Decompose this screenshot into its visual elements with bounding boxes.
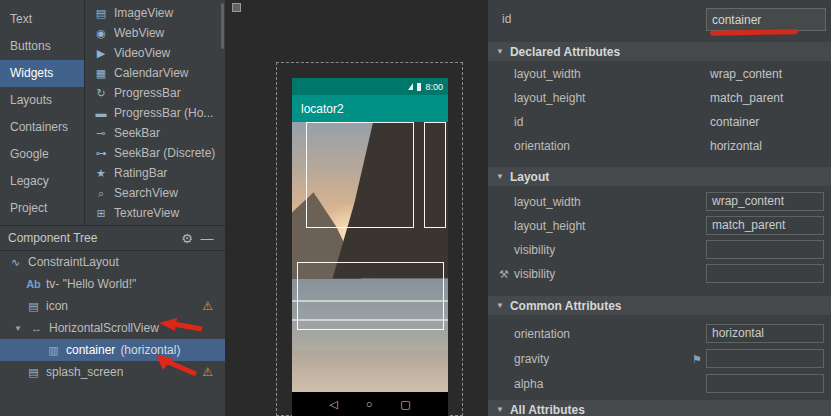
status-time: 8:00	[425, 82, 443, 92]
tree-item-constraintlayout[interactable]: ∿ ConstraintLayout	[0, 251, 225, 273]
id-label: id	[502, 12, 511, 26]
palette-item-seekbar-discrete[interactable]: ⊶ SeekBar (Discrete)	[85, 143, 225, 163]
tree-item-container[interactable]: ▥ container(horizontal)	[0, 339, 225, 361]
chevron-down-icon: ▼	[496, 47, 504, 56]
flag-icon[interactable]: ⚑	[692, 347, 702, 371]
textureview-icon: ⊞	[94, 207, 108, 220]
palette-category-widgets[interactable]: Widgets	[0, 60, 84, 87]
palette-item-label: SeekBar (Discrete)	[114, 146, 215, 160]
attr-label: layout_width	[514, 62, 581, 86]
nav-bar: ◁ ○ ▢	[292, 392, 448, 416]
attr-value[interactable]: wrap_content	[710, 62, 782, 86]
attr-label: layout_width	[514, 190, 581, 214]
section-title: Layout	[510, 170, 549, 184]
palette-item-imageview[interactable]: ▤ ImageView	[85, 3, 225, 23]
attr-row-layout-height: layout_height match_parent	[488, 86, 831, 110]
attr-label: orientation	[514, 322, 570, 346]
attr-row-layout-width: layout_width wrap_content	[488, 190, 831, 214]
chevron-down-icon: ▼	[496, 172, 504, 181]
design-canvas[interactable]: 8:00 locator2 ◁ ○ ▢	[226, 0, 487, 416]
signal-icon	[408, 83, 413, 90]
palette-item-webview[interactable]: ◉ WebView	[85, 23, 225, 43]
section-all-attributes[interactable]: ▼ All Attributes	[488, 400, 831, 416]
palette-item-textureview[interactable]: ⊞ TextureView	[85, 203, 225, 223]
attr-value-field[interactable]	[706, 349, 824, 368]
android-studio-window: Text Buttons Widgets Layouts Containers …	[0, 0, 831, 416]
section-layout[interactable]: ▼ Layout	[488, 167, 831, 186]
palette-category-legacy[interactable]: Legacy	[0, 168, 84, 195]
palette-item-searchview[interactable]: ⌕ SearchView	[85, 183, 225, 203]
tree-item-icon[interactable]: ▤ icon ⚠	[0, 295, 225, 317]
attr-value-field[interactable]	[706, 264, 824, 283]
progressbar-horizontal-icon: ▬	[94, 107, 108, 119]
palette-category-project[interactable]: Project	[0, 195, 84, 222]
attr-label: visibility	[514, 262, 555, 286]
component-tree-title: Component Tree	[8, 231, 177, 245]
attr-row-layout-width: layout_width wrap_content	[488, 62, 831, 86]
recents-icon: ▢	[400, 398, 410, 411]
section-declared-attributes[interactable]: ▼ Declared Attributes	[488, 42, 831, 61]
attr-value-field[interactable]: wrap_content	[706, 192, 824, 211]
palette-scrollbar[interactable]	[221, 3, 224, 49]
palette-item-seekbar[interactable]: ⊸ SeekBar	[85, 123, 225, 143]
palette-item-label: ProgressBar	[114, 86, 181, 100]
attr-row-tools-visibility: ⚒ visibility	[488, 262, 831, 286]
expander-icon[interactable]: ▼	[14, 324, 24, 333]
palette-category-layouts[interactable]: Layouts	[0, 87, 84, 114]
textview-icon: Ab	[26, 278, 41, 290]
attr-label: alpha	[514, 372, 543, 396]
attr-value-field[interactable]: match_parent	[706, 216, 824, 235]
palette-item-videoview[interactable]: ▶ VideoView	[85, 43, 225, 63]
layout-bounds-rect	[306, 122, 414, 228]
palette-category-text[interactable]: Text	[0, 6, 84, 33]
id-input[interactable]	[706, 8, 826, 31]
section-title: All Attributes	[510, 403, 585, 416]
palette-item-progressbar[interactable]: ↻ ProgressBar	[85, 83, 225, 103]
tree-item-label: splash_screen	[46, 365, 123, 379]
tree-item-label: container	[66, 343, 115, 357]
webview-icon: ◉	[94, 27, 108, 40]
palette-category-google[interactable]: Google	[0, 141, 84, 168]
palette-item-label: RatingBar	[114, 166, 167, 180]
palette-panel: Text Buttons Widgets Layouts Containers …	[0, 0, 226, 226]
palette-item-calendarview[interactable]: ▦ CalendarView	[85, 63, 225, 83]
home-icon: ○	[366, 398, 373, 410]
tree-item-splash-screen[interactable]: ▤ splash_screen ⚠	[0, 361, 225, 383]
palette-item-label: TextureView	[114, 206, 179, 220]
progressbar-icon: ↻	[94, 87, 108, 100]
attr-value[interactable]: horizontal	[710, 134, 762, 158]
tree-item-detail: (horizontal)	[120, 343, 180, 357]
attr-value-field[interactable]: horizontal	[706, 324, 824, 343]
attr-row-alpha: alpha	[488, 372, 831, 396]
tree-item-textview[interactable]: Ab tv- "Hello World!"	[0, 273, 225, 295]
palette-category-buttons[interactable]: Buttons	[0, 33, 84, 60]
minimize-icon[interactable]: —	[197, 231, 217, 246]
palette-item-progressbar-horizontal[interactable]: ▬ ProgressBar (Ho...	[85, 103, 225, 123]
attributes-panel: id ▼ Declared Attributes layout_width wr…	[487, 0, 831, 416]
tree-item-horizontalscrollview[interactable]: ▼ ↔ HorizontalScrollView	[0, 317, 225, 339]
seekbar-icon: ⊸	[94, 127, 108, 140]
back-icon: ◁	[329, 398, 337, 411]
horizontalscrollview-icon: ↔	[29, 322, 44, 334]
warning-icon: ⚠	[202, 299, 213, 313]
attr-value[interactable]: container	[710, 110, 759, 134]
gear-icon[interactable]: ⚙	[177, 231, 197, 246]
palette-item-label: CalendarView	[114, 66, 189, 80]
section-common-attributes[interactable]: ▼ Common Attributes	[488, 296, 831, 315]
attr-row-gravity: gravity ⚑	[488, 347, 831, 371]
palette-category-containers[interactable]: Containers	[0, 114, 84, 141]
searchview-icon: ⌕	[94, 187, 108, 200]
attr-label: gravity	[514, 347, 549, 371]
attr-row-layout-height: layout_height match_parent	[488, 214, 831, 238]
section-title: Declared Attributes	[510, 45, 620, 59]
attr-value[interactable]: match_parent	[710, 86, 783, 110]
constraintlayout-icon: ∿	[8, 256, 23, 269]
attr-label: id	[514, 110, 523, 134]
palette-item-ratingbar[interactable]: ★ RatingBar	[85, 163, 225, 183]
attr-value-field[interactable]	[706, 374, 824, 393]
tree-item-label: icon	[46, 299, 68, 313]
attr-label: layout_height	[514, 214, 585, 238]
phone-preview[interactable]: 8:00 locator2 ◁ ○ ▢	[292, 78, 448, 416]
attr-value-field[interactable]	[706, 240, 824, 259]
palette-item-label: SearchView	[114, 186, 178, 200]
